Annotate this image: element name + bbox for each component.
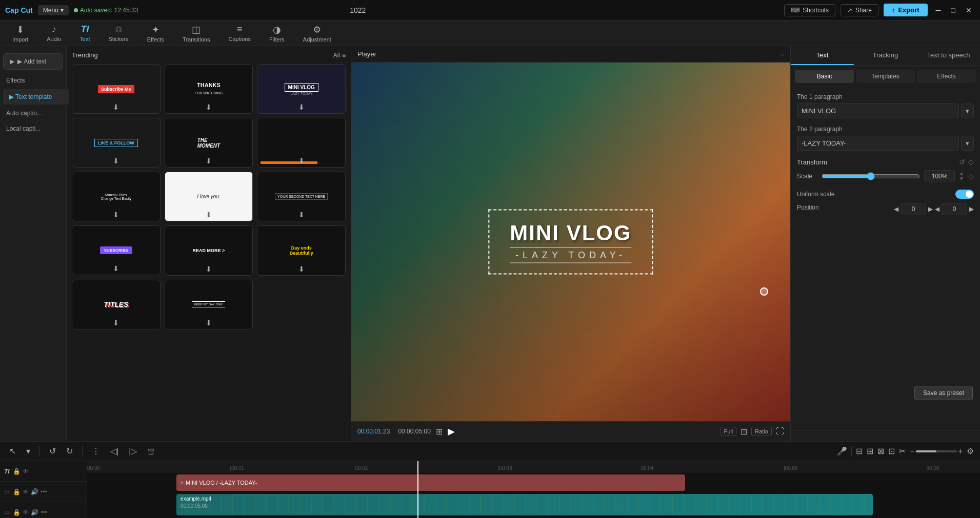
split-left-button[interactable]: ◁| — [107, 445, 122, 458]
template-item-titles[interactable]: TITLES ⬇ — [72, 280, 161, 329]
microphone-button[interactable]: 🎤 — [837, 446, 847, 456]
play-button[interactable]: ▶ — [448, 426, 455, 437]
text-lock-icon[interactable]: 🔒 — [13, 468, 21, 475]
template-item-orange-bar[interactable]: ⬇ — [257, 118, 346, 168]
bottom-audio-icon[interactable]: 🔊 — [31, 509, 38, 516]
template-item-subscribe2[interactable]: SUBSCRIBE ⬇ — [72, 225, 161, 275]
split-right-button[interactable]: |▷ — [126, 445, 140, 458]
para2-expand-button[interactable]: ▾ — [961, 136, 974, 151]
subtab-effects[interactable]: Effects — [917, 70, 976, 83]
tl-split-icon-button[interactable]: ⊟ — [856, 446, 863, 456]
undo-button[interactable]: ↺ — [46, 445, 59, 458]
playhead[interactable] — [417, 461, 418, 518]
zoom-out-button[interactable]: − — [910, 447, 914, 456]
effects-nav-button[interactable]: Effects — [0, 73, 66, 88]
uniform-scale-toggle[interactable] — [955, 190, 974, 199]
pos-y-down[interactable]: ◀ — [935, 203, 939, 215]
template-item-like-follow[interactable]: LIKE & FOLLOW ⬇ — [72, 118, 161, 168]
video-clip[interactable]: example.mp4 00:00:05:00 — [176, 494, 873, 515]
download-icon-12: ⬇ — [298, 265, 305, 273]
subtab-templates[interactable]: Templates — [856, 70, 915, 83]
para1-expand-button[interactable]: ▾ — [961, 103, 974, 118]
video-eye-icon[interactable]: 👁 — [23, 488, 29, 495]
window-controls: ─ □ ✕ — [933, 5, 975, 15]
pos-y-input[interactable] — [942, 203, 967, 215]
bottom-more-icon[interactable]: ••• — [41, 509, 47, 516]
subtab-basic[interactable]: Basic — [795, 70, 854, 83]
scale-slider[interactable] — [822, 172, 920, 180]
delete-button[interactable]: 🗑 — [144, 445, 158, 458]
fullscreen-button[interactable]: ⛶ — [776, 427, 784, 436]
toolbar-captions[interactable]: ≡ Captions — [224, 22, 254, 44]
scale-input[interactable] — [924, 170, 955, 182]
text-eye-icon[interactable]: 👁 — [23, 468, 29, 475]
video-lock-icon[interactable]: 🔒 — [13, 488, 21, 495]
save-preset-button[interactable]: Save as preset — [914, 386, 973, 400]
zoom-fit-button[interactable]: ⊡ — [741, 427, 747, 437]
template-item-the-moment[interactable]: THEMOMENT ⬇ — [165, 118, 253, 168]
ratio-button[interactable]: Ratio — [751, 427, 772, 436]
template-item-subscribe[interactable]: Subscribe Me ⬇ — [72, 64, 161, 114]
pos-x-up[interactable]: ▶ — [928, 203, 933, 215]
template-item-mini-vlog[interactable]: MINI VLOG -LAZY TODAY- ⬇ — [257, 64, 346, 114]
transform-keyframe-button[interactable]: ◇ — [968, 158, 974, 166]
pos-x-input[interactable] — [901, 203, 926, 215]
bottom-lock-icon[interactable]: 🔒 — [13, 509, 21, 516]
redo-button[interactable]: ↻ — [63, 445, 76, 458]
toolbar-audio[interactable]: ♪ Audio — [43, 22, 65, 44]
toolbar-import[interactable]: ⬇ Import — [8, 22, 32, 45]
tab-tracking[interactable]: Tracking — [854, 46, 917, 65]
all-button[interactable]: All ≡ — [333, 52, 346, 59]
video-more-icon[interactable]: ••• — [41, 488, 47, 495]
para2-input[interactable] — [797, 136, 959, 151]
template-item-your-text[interactable]: YOUR SECOND TEXT HERE ⬇ — [257, 172, 346, 221]
tab-text[interactable]: Text — [791, 46, 854, 65]
shortcuts-button[interactable]: ⌨ Shortcuts — [784, 4, 835, 16]
toolbar-stickers[interactable]: ☺ Stickers — [105, 22, 133, 44]
auto-caption-nav-button[interactable]: Auto captio... — [0, 106, 66, 121]
add-text-button[interactable]: ▶ ▶ Add text — [3, 53, 63, 70]
logo-cap: Cap — [5, 6, 18, 14]
para1-input[interactable] — [797, 103, 959, 118]
template-item-minimal[interactable]: Minimal TitlesChange Text Easily ⬇ — [72, 172, 161, 221]
text-clip[interactable]: ≡ MINI VLOG / -LAZY TODAY- — [176, 474, 685, 491]
pos-x-down[interactable]: ◀ — [894, 203, 898, 215]
video-audio-icon[interactable]: 🔊 — [31, 488, 38, 495]
close-button[interactable]: ✕ — [963, 5, 975, 15]
select-tool-button[interactable]: ↖ — [6, 445, 19, 458]
toolbar-adjustment[interactable]: ⚙ Adjustment — [299, 22, 335, 45]
pos-y-up[interactable]: ▶ — [969, 203, 974, 215]
export-button[interactable]: ↑ Export — [884, 4, 928, 16]
bottom-eye-icon[interactable]: 👁 — [23, 509, 29, 516]
text-template-nav-button[interactable]: ▶ Text template — [3, 89, 69, 105]
maximize-button[interactable]: □ — [948, 5, 958, 15]
template-item-thanks[interactable]: THANKSFOR WATCHING ⬇ — [165, 64, 253, 114]
toolbar-filters[interactable]: ◑ Filters — [265, 22, 289, 45]
tl-settings-button[interactable]: ⚙ — [967, 446, 974, 456]
tab-tts[interactable]: Text to speech — [917, 46, 980, 65]
template-item-keep-fit[interactable]: KEEP FIT DAY ONE! ⬇ — [165, 280, 253, 329]
menu-button[interactable]: Menu ▾ — [38, 5, 69, 15]
local-caption-nav-button[interactable]: Local capti... — [0, 121, 66, 136]
template-item-day-ends[interactable]: Day endsBeautifully ⬇ — [257, 225, 346, 275]
scale-down-button[interactable]: ▼ — [959, 176, 964, 181]
grid-view-button[interactable]: ⊞ — [436, 427, 443, 437]
scale-keyframe-button[interactable]: ◇ — [968, 172, 974, 180]
tl-speed-button[interactable]: ⊡ — [888, 446, 895, 456]
template-item-read-more[interactable]: READ MORE > ⬇ — [165, 225, 253, 275]
toolbar-text[interactable]: TI Text — [75, 22, 94, 44]
tl-cut-button[interactable]: ✂ — [899, 446, 906, 456]
split-button[interactable]: ⋮ — [89, 445, 103, 458]
tl-merge-icon-button[interactable]: ⊞ — [867, 446, 873, 456]
toolbar-transitions[interactable]: ◫ Transitions — [178, 22, 214, 45]
full-button[interactable]: Full — [721, 427, 737, 436]
template-item-i-love[interactable]: I love you. ⬇ — [165, 172, 253, 221]
zoom-in-button[interactable]: + — [958, 447, 963, 456]
player-menu-icon[interactable]: ≡ — [780, 50, 784, 58]
toolbar-effects[interactable]: ✦ Effects — [143, 22, 168, 45]
transform-reset-button[interactable]: ↺ — [959, 158, 965, 166]
tl-align-icon-button[interactable]: ⊠ — [877, 446, 884, 456]
minimize-button[interactable]: ─ — [933, 5, 944, 15]
share-button[interactable]: ↗ Share — [841, 4, 878, 16]
tl-dropdown-button[interactable]: ▾ — [23, 445, 33, 458]
